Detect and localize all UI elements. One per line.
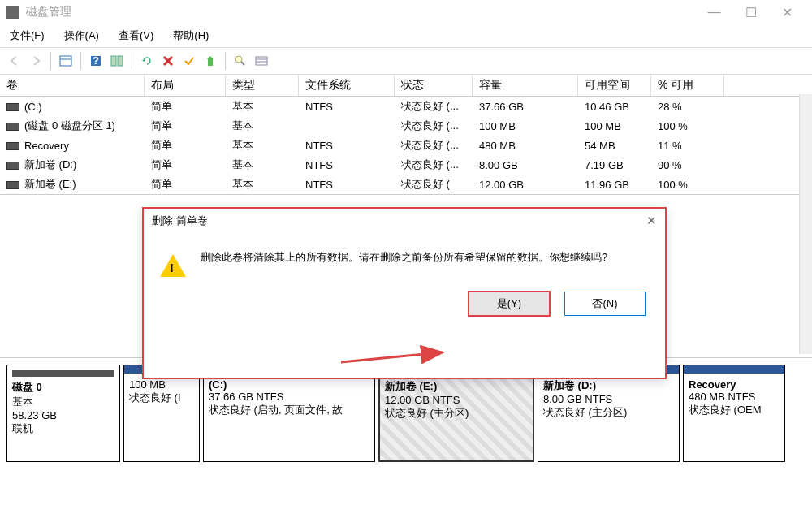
col-pct[interactable]: % 可用 bbox=[651, 75, 724, 96]
delete-dialog: 删除 简单卷 ✕ 删除此卷将清除其上的所有数据。请在删除之前备份所有希望保留的数… bbox=[142, 207, 667, 379]
table-row[interactable]: Recovery简单基本NTFS状态良好 (...480 MB54 MB11 % bbox=[0, 136, 812, 155]
svg-rect-6 bbox=[208, 59, 213, 66]
window-title: 磁盘管理 bbox=[26, 5, 696, 19]
help-icon[interactable]: ? bbox=[86, 51, 106, 71]
back-button[interactable] bbox=[5, 51, 24, 71]
col-fs[interactable]: 文件系统 bbox=[299, 75, 395, 96]
partition-selected[interactable]: 新加卷 (E:) 12.00 GB NTFS 状态良好 (主分区) bbox=[378, 365, 534, 462]
dialog-titlebar: 删除 简单卷 ✕ bbox=[144, 209, 665, 233]
toolbar: ? bbox=[0, 47, 812, 75]
partition[interactable]: Recovery 480 MB NTFS 状态良好 (OEM bbox=[683, 365, 785, 462]
dialog-title: 删除 简单卷 bbox=[152, 214, 208, 228]
col-capacity[interactable]: 容量 bbox=[473, 75, 578, 96]
svg-rect-5 bbox=[118, 56, 123, 66]
warning-icon bbox=[160, 254, 186, 277]
search-icon[interactable] bbox=[231, 51, 250, 71]
disk-state: 联机 bbox=[12, 422, 33, 434]
disk-label: 磁盘 0 bbox=[12, 381, 42, 393]
minimize-button[interactable]: — bbox=[696, 0, 732, 24]
view-icon[interactable] bbox=[56, 51, 76, 71]
yes-button[interactable]: 是(Y) bbox=[469, 292, 550, 316]
col-layout[interactable]: 布局 bbox=[145, 75, 226, 96]
partition[interactable]: 100 MB 状态良好 (I bbox=[123, 365, 200, 462]
svg-rect-9 bbox=[256, 57, 267, 65]
dialog-close-icon[interactable]: ✕ bbox=[646, 214, 657, 228]
dialog-message: 删除此卷将清除其上的所有数据。请在删除之前备份所有希望保留的数据。你想继续吗? bbox=[201, 249, 607, 277]
disk-size: 58.23 GB bbox=[12, 409, 57, 421]
scrollbar[interactable] bbox=[799, 94, 812, 354]
partition[interactable]: (C:) 37.66 GB NTFS 状态良好 (启动, 页面文件, 故 bbox=[203, 365, 375, 462]
menu-help[interactable]: 帮助(H) bbox=[170, 27, 212, 45]
table-row[interactable]: (C:)简单基本NTFS状态良好 (...37.66 GB10.46 GB28 … bbox=[0, 97, 812, 116]
table-row[interactable]: 新加卷 (D:)简单基本NTFS状态良好 (...8.00 GB7.19 GB9… bbox=[0, 155, 812, 175]
volume-table: 卷 布局 类型 文件系统 状态 容量 可用空间 % 可用 (C:)简单基本NTF… bbox=[0, 75, 812, 195]
delete-icon[interactable] bbox=[158, 51, 178, 71]
svg-line-8 bbox=[241, 62, 244, 65]
disk-info[interactable]: 磁盘 0 基本 58.23 GB 联机 bbox=[6, 365, 120, 462]
up-icon[interactable] bbox=[201, 51, 220, 71]
menu-view[interactable]: 查看(V) bbox=[115, 27, 157, 45]
maximize-button[interactable]: ☐ bbox=[732, 0, 769, 24]
menu-file[interactable]: 文件(F) bbox=[6, 27, 48, 45]
disk-graphical-view: 磁盘 0 基本 58.23 GB 联机 100 MB 状态良好 (I (C:) … bbox=[0, 357, 812, 508]
partition[interactable]: 新加卷 (D:) 8.00 GB NTFS 状态良好 (主分区) bbox=[538, 365, 680, 462]
table-header: 卷 布局 类型 文件系统 状态 容量 可用空间 % 可用 bbox=[0, 75, 812, 97]
svg-text:?: ? bbox=[93, 55, 99, 67]
forward-button[interactable] bbox=[26, 51, 45, 71]
svg-rect-0 bbox=[60, 56, 71, 66]
svg-rect-4 bbox=[111, 56, 116, 66]
titlebar: 磁盘管理 — ☐ ✕ bbox=[0, 0, 812, 24]
close-button[interactable]: ✕ bbox=[769, 0, 806, 24]
col-volume[interactable]: 卷 bbox=[0, 75, 145, 96]
list-icon[interactable] bbox=[252, 51, 271, 71]
col-free[interactable]: 可用空间 bbox=[578, 75, 651, 96]
col-type[interactable]: 类型 bbox=[226, 75, 299, 96]
app-icon bbox=[6, 6, 19, 19]
table-row[interactable]: 新加卷 (E:)简单基本NTFS状态良好 (12.00 GB11.96 GB10… bbox=[0, 175, 812, 194]
no-button[interactable]: 否(N) bbox=[564, 292, 646, 316]
panel-icon[interactable] bbox=[107, 51, 127, 71]
disk-type: 基本 bbox=[12, 395, 33, 408]
menubar: 文件(F) 操作(A) 查看(V) 帮助(H) bbox=[0, 24, 812, 47]
refresh-icon[interactable] bbox=[137, 51, 157, 71]
menu-action[interactable]: 操作(A) bbox=[61, 27, 102, 45]
svg-point-7 bbox=[235, 56, 242, 63]
col-status[interactable]: 状态 bbox=[395, 75, 473, 96]
check-icon[interactable] bbox=[179, 51, 199, 71]
table-row[interactable]: (磁盘 0 磁盘分区 1)简单基本状态良好 (...100 MB100 MB10… bbox=[0, 116, 812, 136]
